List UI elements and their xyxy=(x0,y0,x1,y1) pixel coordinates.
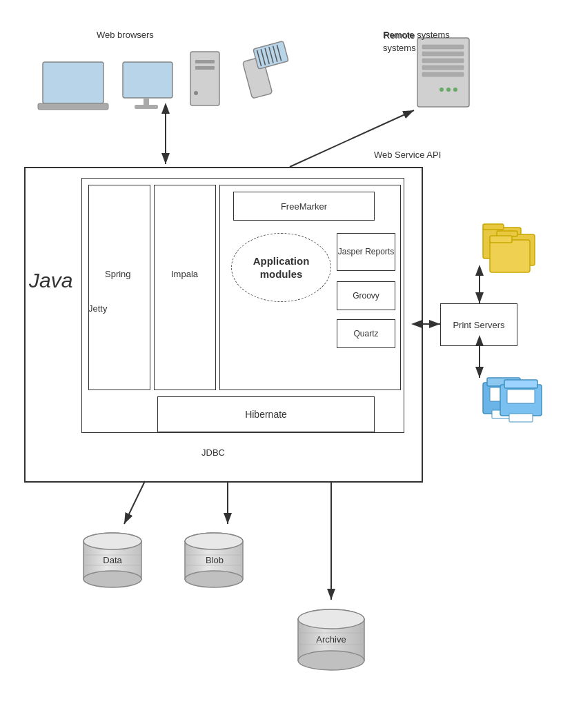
impala-box xyxy=(154,185,216,390)
svg-line-15 xyxy=(261,49,265,65)
print-servers-box: Print Servers xyxy=(440,303,517,346)
svg-rect-3 xyxy=(43,62,103,103)
svg-point-43 xyxy=(83,533,141,549)
svg-rect-23 xyxy=(422,59,464,63)
svg-rect-24 xyxy=(422,65,464,70)
svg-point-28 xyxy=(439,88,444,92)
svg-rect-20 xyxy=(417,38,469,107)
svg-point-45 xyxy=(83,571,141,587)
svg-point-27 xyxy=(446,88,451,92)
archive-db-label: Archive xyxy=(313,634,349,645)
svg-point-49 xyxy=(185,571,243,587)
svg-rect-6 xyxy=(144,98,149,105)
svg-point-54 xyxy=(298,609,364,629)
svg-rect-9 xyxy=(195,60,215,63)
hibernate-label: Hibernate xyxy=(245,409,287,420)
svg-rect-30 xyxy=(483,224,504,230)
svg-rect-25 xyxy=(422,72,464,77)
svg-rect-4 xyxy=(38,103,108,110)
web-browsers-label: Web browsers xyxy=(97,30,154,40)
remote-systems-text: Remotesystems xyxy=(383,30,416,54)
svg-rect-12 xyxy=(243,57,273,99)
svg-rect-36 xyxy=(487,378,520,386)
jdbc-label: JDBC xyxy=(201,447,225,458)
print-folder-icon-top xyxy=(483,224,535,272)
svg-rect-7 xyxy=(135,105,158,109)
svg-rect-21 xyxy=(422,45,464,49)
svg-rect-34 xyxy=(490,236,512,243)
svg-rect-31 xyxy=(497,234,535,265)
print-printer-icon-bottom xyxy=(483,378,542,422)
svg-rect-10 xyxy=(195,66,215,70)
svg-rect-35 xyxy=(483,383,524,414)
svg-rect-33 xyxy=(490,240,530,272)
tower-icon xyxy=(190,52,219,105)
spring-box xyxy=(88,185,150,390)
scanner-icon xyxy=(243,41,289,99)
svg-point-53 xyxy=(298,651,364,670)
svg-point-26 xyxy=(453,88,457,92)
svg-point-11 xyxy=(194,91,198,95)
svg-rect-29 xyxy=(483,228,521,259)
laptop-icon xyxy=(38,62,108,110)
svg-line-19 xyxy=(277,45,281,61)
hibernate-box: Hibernate xyxy=(157,396,375,432)
svg-rect-42 xyxy=(509,414,533,422)
blob-db-label: Blob xyxy=(199,555,230,565)
jdbc-to-data-arrow xyxy=(124,481,145,524)
svg-line-16 xyxy=(265,48,269,64)
svg-point-46 xyxy=(83,533,141,549)
svg-rect-37 xyxy=(490,387,517,401)
svg-rect-40 xyxy=(504,380,537,388)
svg-rect-38 xyxy=(492,410,515,418)
svg-point-51 xyxy=(298,609,364,629)
data-db-label: Data xyxy=(97,555,128,565)
svg-rect-13 xyxy=(253,41,288,70)
svg-rect-22 xyxy=(422,52,464,56)
svg-rect-5 xyxy=(123,62,172,98)
svg-rect-32 xyxy=(497,231,517,236)
right-panel-box xyxy=(219,185,401,390)
svg-line-18 xyxy=(273,46,277,62)
web-service-api-label: Web Service API xyxy=(374,150,441,160)
svg-line-17 xyxy=(269,47,273,63)
svg-line-14 xyxy=(257,50,261,66)
svg-point-50 xyxy=(185,533,243,549)
svg-rect-8 xyxy=(190,52,219,105)
svg-rect-39 xyxy=(500,385,542,416)
desktop-icon xyxy=(123,62,172,109)
svg-rect-41 xyxy=(507,390,535,403)
svg-point-47 xyxy=(185,533,243,549)
print-servers-label: Print Servers xyxy=(453,320,504,330)
remote-server-icon xyxy=(417,38,469,107)
